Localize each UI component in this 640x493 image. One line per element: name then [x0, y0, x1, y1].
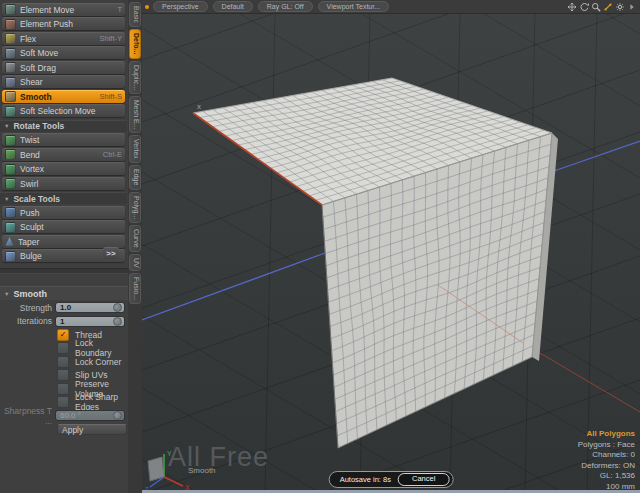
status-line: Deformers: ON [578, 461, 635, 472]
viewport-button-default[interactable]: Default [213, 1, 253, 12]
swirl-icon [5, 178, 16, 189]
thread-checkbox[interactable]: ✓ [57, 329, 69, 341]
tool-swirl[interactable]: Swirl [2, 177, 125, 190]
tool-shortcut: Ctrl-E [103, 150, 122, 159]
checkbox-label: Lock Sharp Edges [75, 392, 128, 412]
tab-mesh-e[interactable]: Mesh E... [129, 96, 141, 134]
tab-vertex[interactable]: Vertex [129, 135, 141, 163]
tool-taper[interactable]: Taper [2, 235, 125, 248]
tool-label: Vortex [20, 164, 122, 174]
collapse-triangle-icon: ▼ [4, 123, 9, 129]
checkbox-label: Lock Corner [75, 357, 121, 367]
axis-gizmo[interactable]: YXZ [142, 445, 194, 493]
field-value: 1 [60, 317, 113, 326]
settings-icon[interactable] [615, 2, 625, 12]
element-move-icon [5, 4, 16, 15]
orbit-icon[interactable] [579, 2, 589, 12]
iterations-input[interactable]: 1 [55, 316, 125, 327]
tab-defo[interactable]: Defo... [129, 29, 141, 58]
bulge-icon [5, 251, 16, 262]
vortex-icon [5, 164, 16, 175]
tool-shortcut: Shift-Y [99, 34, 122, 43]
tool-label: Element Move [20, 5, 114, 15]
maximize-icon[interactable] [603, 2, 613, 12]
tool-label: Push [20, 208, 122, 218]
3d-scene-canvas[interactable]: x [142, 0, 640, 493]
tab-basic[interactable]: Basic [129, 2, 141, 27]
pan-icon[interactable] [567, 2, 577, 12]
tool-list-overflow-button[interactable]: >> [103, 247, 119, 259]
viewport-button-perspective[interactable]: Perspective [153, 1, 208, 12]
viewport-menu-dot-icon[interactable] [145, 5, 149, 9]
tool-push[interactable]: Push [2, 206, 125, 219]
tool-section-label: Rotate Tools [13, 121, 64, 131]
tab-uv[interactable]: UV [129, 254, 141, 272]
tool-section-scale-tools[interactable]: ▼Scale Tools [0, 192, 127, 204]
tool-soft-move[interactable]: Soft Move [2, 46, 125, 59]
element-push-icon [5, 19, 16, 30]
apply-button[interactable]: Apply [57, 424, 127, 435]
tool-element-push[interactable]: Element Push [2, 17, 125, 30]
more-icon[interactable] [627, 2, 637, 12]
tab-curve[interactable]: Curve [129, 225, 141, 252]
sharpness-value: 60.0 ° [60, 411, 113, 420]
left-tab-strip: BasicDefo...Duplic...Mesh E...VertexEdge… [128, 0, 142, 493]
mini-slider-icon[interactable] [113, 303, 122, 312]
sharpness-label: Sharpness T ... [0, 406, 52, 426]
panel-divider [0, 268, 128, 274]
tool-soft-drag[interactable]: Soft Drag [2, 61, 125, 74]
soft-selection-move-icon [5, 106, 16, 117]
zoom-icon[interactable] [591, 2, 601, 12]
status-line: Polygons : Face [578, 440, 635, 451]
tool-label: Soft Drag [20, 63, 122, 73]
viewport-toolbar: PerspectiveDefaultRay GL: OffViewport Te… [142, 0, 640, 14]
tab-fusio[interactable]: Fusio... [129, 273, 141, 304]
tool-soft-selection-move[interactable]: Soft Selection Move [2, 104, 125, 117]
collapse-triangle-icon: ▼ [4, 291, 9, 297]
lock-boundary-checkbox[interactable]: ✓ [57, 342, 69, 354]
autosave-cancel-button[interactable]: Cancel [398, 473, 449, 486]
tool-twist[interactable]: Twist [2, 133, 125, 146]
3d-viewport[interactable]: x PerspectiveDefaultRay GL: OffViewport … [142, 0, 640, 493]
status-line: GL: 1,536 [578, 471, 635, 482]
preserve-volume-checkbox[interactable]: ✓ [57, 383, 69, 395]
tool-shortcut: T [117, 5, 122, 14]
slip-uvs-checkbox[interactable]: ✓ [57, 369, 69, 381]
twist-icon [5, 135, 16, 146]
tool-element-move[interactable]: Element MoveT [2, 3, 125, 16]
tool-shear[interactable]: Shear [2, 75, 125, 88]
modo-application-window: Element MoveTElement PushFlexShift-YSoft… [0, 0, 640, 493]
sharpness-row: Sharpness T ... 60.0 ° [0, 410, 128, 422]
tool-label: Element Push [20, 19, 122, 29]
soft-move-icon [5, 48, 16, 59]
mini-slider-icon [113, 411, 122, 420]
left-panel: Element MoveTElement PushFlexShift-YSoft… [0, 0, 142, 493]
bend-icon [5, 149, 16, 160]
tool-vortex[interactable]: Vortex [2, 162, 125, 175]
properties-header[interactable]: ▼ Smooth [0, 286, 128, 300]
strength-input[interactable]: 1.0 [55, 302, 125, 313]
tool-label: Soft Move [20, 48, 122, 58]
tool-smooth[interactable]: SmoothShift-S [2, 90, 125, 103]
mini-slider-icon[interactable] [113, 317, 122, 326]
tool-sculpt[interactable]: Sculpt [2, 220, 125, 233]
sculpt-icon [5, 222, 16, 233]
smooth-icon [5, 91, 16, 102]
tool-label: Twist [20, 135, 122, 145]
viewport-button-viewport-textur[interactable]: Viewport Textur... [318, 1, 389, 12]
tab-duplic[interactable]: Duplic... [129, 61, 141, 94]
tab-edge[interactable]: Edge [129, 165, 141, 189]
tool-flex[interactable]: FlexShift-Y [2, 32, 125, 45]
tool-bend[interactable]: BendCtrl-E [2, 148, 125, 161]
tool-label: Flex [20, 34, 96, 44]
viewport-button-ray-gl-off[interactable]: Ray GL: Off [258, 1, 313, 12]
checkbox-row-lock-corner: ✓Lock Corner [0, 356, 128, 368]
tab-polyg[interactable]: Polyg... [129, 192, 141, 223]
lock-corner-checkbox[interactable]: ✓ [57, 356, 69, 368]
soft-drag-icon [5, 62, 16, 73]
tool-shortcut: Shift-S [99, 92, 122, 101]
tool-section-rotate-tools[interactable]: ▼Rotate Tools [0, 120, 127, 132]
property-checkboxes: ✓Thread✓Lock Boundary✓Lock Corner✓Slip U… [0, 329, 128, 409]
lock-sharp-edges-checkbox[interactable]: ✓ [57, 396, 69, 408]
gizmo-y-label: Y [167, 450, 172, 457]
